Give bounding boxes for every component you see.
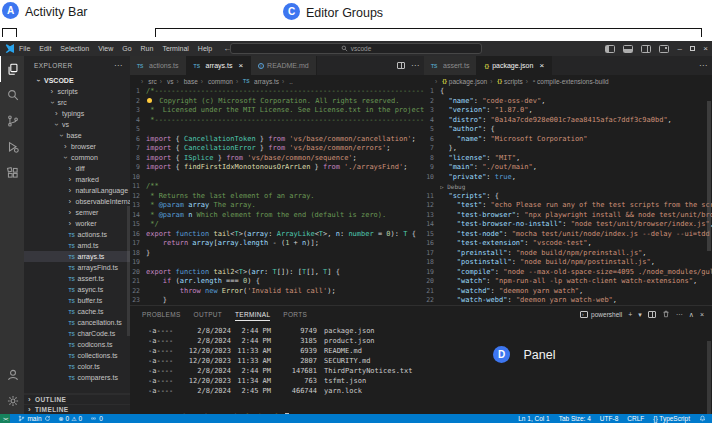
activity-explorer-icon[interactable] xyxy=(0,56,24,82)
tree-item[interactable]: TS charCode.ts xyxy=(24,328,130,339)
close-panel-icon[interactable]: × xyxy=(700,311,704,318)
menu-item[interactable]: Edit xyxy=(39,45,51,52)
split-terminal-icon[interactable] xyxy=(648,311,656,318)
menu-item[interactable]: Run xyxy=(141,45,154,52)
menu-item[interactable]: Go xyxy=(122,45,131,52)
panel-tab[interactable]: TERMINAL xyxy=(235,308,270,321)
editor-tab[interactable]: TS assert.ts xyxy=(424,56,477,75)
status-item[interactable]: UTF-8 xyxy=(600,414,618,423)
sidebar-section-header[interactable]: OUTLINE xyxy=(24,394,130,404)
menu-item[interactable]: File xyxy=(19,45,30,52)
menu-item[interactable]: Help xyxy=(198,45,212,52)
activity-run-debug-icon[interactable] xyxy=(0,134,24,160)
accounts-icon[interactable] xyxy=(0,362,24,388)
toggle-panel-icon[interactable] xyxy=(623,45,633,53)
breadcrumb-item[interactable]: base xyxy=(174,78,198,85)
close-button[interactable]: × xyxy=(703,44,708,53)
menu-item[interactable]: Selection xyxy=(60,45,89,52)
more-actions-icon[interactable]: ⋯ xyxy=(676,311,683,319)
tree-item[interactable]: TS cancellation.ts xyxy=(24,317,130,328)
codelens-debug-action[interactable]: ▷ Debug xyxy=(440,183,465,190)
tree-item[interactable]: TS comparers.ts xyxy=(24,372,130,383)
maximize-panel-icon[interactable]: ∧ xyxy=(689,311,694,319)
tree-item[interactable]: TS arraysFind.ts xyxy=(24,262,130,273)
tree-item[interactable]: TS collections.ts xyxy=(24,350,130,361)
close-tab-icon[interactable]: × xyxy=(238,61,243,70)
tree-item[interactable]: TS cache.ts xyxy=(24,306,130,317)
breadcrumb-item[interactable]: ▫ compile-extensions-build xyxy=(523,78,609,85)
panel-tab[interactable]: OUTPUT xyxy=(194,308,223,321)
more-actions-icon[interactable]: ⋯ xyxy=(114,61,122,70)
more-actions-icon[interactable]: ⋯ xyxy=(699,61,707,70)
tree-item[interactable]: observableInternal xyxy=(24,196,130,207)
menu-item[interactable]: Terminal xyxy=(162,45,188,52)
tree-item[interactable]: TS async.ts xyxy=(24,284,130,295)
status-item[interactable]: CRLF xyxy=(627,414,644,423)
remote-indicator[interactable]: >< xyxy=(0,414,10,423)
activity-extensions-icon[interactable] xyxy=(0,160,24,186)
customize-layout-icon[interactable] xyxy=(659,45,669,53)
breadcrumb-item[interactable]: src xyxy=(138,78,157,85)
search-input[interactable]: vscode xyxy=(230,43,482,54)
tree-item[interactable]: marked xyxy=(24,174,130,185)
panel-tab[interactable]: PORTS xyxy=(283,308,307,321)
sidebar-section-header[interactable]: TIMELINE xyxy=(24,404,130,414)
activity-search-icon[interactable] xyxy=(0,82,24,108)
tree-item[interactable]: worker xyxy=(24,218,130,229)
tree-item[interactable]: vs xyxy=(24,119,130,130)
problems-status-item[interactable]: ⊗ 0 ⚠ 0 xyxy=(59,414,83,423)
tree-item[interactable]: semver xyxy=(24,207,130,218)
breadcrumb-item[interactable]: TS arrays.ts xyxy=(233,78,279,85)
panel-tab[interactable]: PROBLEMS xyxy=(142,308,181,321)
editor-tab[interactable]: TS arrays.ts × xyxy=(187,56,252,75)
branch-status-item[interactable]: main xyxy=(18,414,50,423)
breadcrumb-item[interactable]: {} package.json xyxy=(432,78,487,85)
status-item[interactable]: Tab Size: 4 xyxy=(559,414,591,423)
editor-tab[interactable]: {} package.json × xyxy=(477,56,552,75)
tree-item[interactable]: TS amd.ts xyxy=(24,240,130,251)
notifications-bell-icon[interactable] xyxy=(699,414,706,423)
status-item[interactable]: {} TypeScript xyxy=(653,414,690,423)
tree-item[interactable]: naturalLanguage xyxy=(24,185,130,196)
toggle-sidebar-icon[interactable] xyxy=(605,45,615,53)
new-terminal-button[interactable]: + xyxy=(628,311,632,318)
activity-source-control-icon[interactable] xyxy=(0,108,24,134)
explorer-root-folder[interactable]: VSCODE xyxy=(24,75,130,86)
editor-tab[interactable]: i README.md xyxy=(251,56,317,75)
tree-item[interactable]: base xyxy=(24,130,130,141)
tree-item[interactable]: TS color.ts xyxy=(24,361,130,372)
tree-item[interactable]: browser xyxy=(24,141,130,152)
menu-item[interactable]: View xyxy=(98,45,113,52)
breadcrumb-item[interactable]: common xyxy=(198,78,233,85)
tree-item[interactable]: diff xyxy=(24,163,130,174)
editor-tab[interactable]: TS actions.ts xyxy=(130,56,187,75)
tree-item[interactable]: TS buffer.ts xyxy=(24,295,130,306)
lightbulb-icon[interactable] xyxy=(147,98,152,103)
split-editor-icon[interactable] xyxy=(397,62,405,69)
close-tab-icon[interactable]: × xyxy=(539,61,544,70)
tree-item[interactable]: src xyxy=(24,97,130,108)
tree-item[interactable]: TS codicons.ts xyxy=(24,339,130,350)
editor-scrollbar-thumb[interactable] xyxy=(707,101,711,251)
tree-item[interactable]: common xyxy=(24,152,130,163)
terminal-dropdown-icon[interactable]: ▾ xyxy=(638,311,642,319)
tree-item[interactable]: TS assert.ts xyxy=(24,273,130,284)
terminal[interactable]: -a---- 2/8/2024 2:44 PM 9749 package.jso… xyxy=(130,323,712,415)
toggle-secondary-sidebar-icon[interactable] xyxy=(641,45,651,53)
minimize-button[interactable]: – xyxy=(677,44,681,53)
maximize-button[interactable] xyxy=(690,44,696,53)
tree-item[interactable]: TS actions.ts xyxy=(24,229,130,240)
terminal-scrollbar-thumb[interactable] xyxy=(707,341,711,421)
code-editor-arrays-ts[interactable]: 1/*-------------------------------------… xyxy=(130,87,424,305)
terminal-shell-item[interactable]: powershell xyxy=(580,311,622,318)
settings-gear-icon[interactable] xyxy=(0,388,24,414)
kill-terminal-icon[interactable] xyxy=(662,310,670,319)
ports-status-item[interactable]: 0 xyxy=(90,414,103,423)
breadcrumb-item[interactable]: vs xyxy=(157,78,174,85)
breadcrumb-item[interactable]: .. xyxy=(279,78,293,85)
tree-item[interactable]: TS arrays.ts xyxy=(24,251,130,262)
breadcrumb-item[interactable]: {} scripts xyxy=(487,78,523,85)
tree-item[interactable]: scripts xyxy=(24,86,130,97)
status-item[interactable]: Ln 1, Col 1 xyxy=(518,414,549,423)
tree-item[interactable]: typings xyxy=(24,108,130,119)
